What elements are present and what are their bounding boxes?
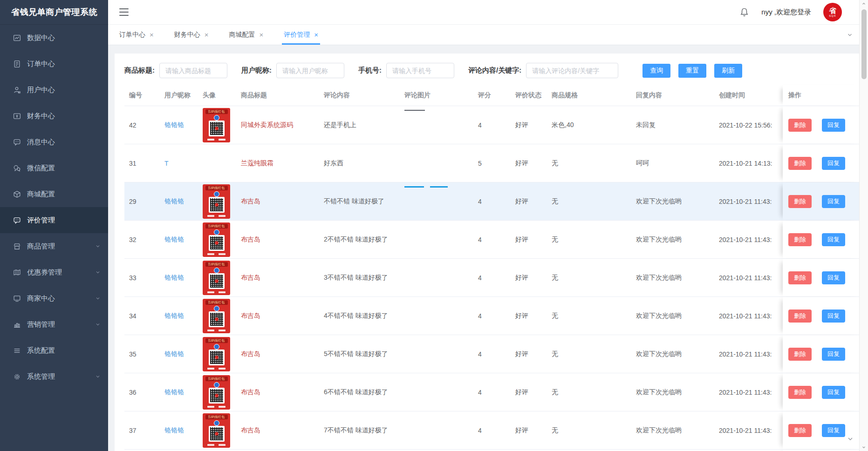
product-title-link[interactable]: 布吉岛 bbox=[241, 426, 260, 434]
delete-button[interactable]: 删除 bbox=[788, 310, 812, 323]
qr-code-image bbox=[209, 121, 225, 136]
close-icon[interactable]: × bbox=[150, 31, 154, 38]
tab-finance-center[interactable]: 财务中心 × bbox=[174, 25, 209, 45]
poster-footer bbox=[203, 253, 230, 255]
sidebar-item-wechat-config[interactable]: 微信配置 bbox=[0, 155, 108, 181]
product-title-link[interactable]: 布吉岛 bbox=[241, 350, 260, 357]
search-button[interactable]: 查询 bbox=[642, 64, 670, 78]
comment-text: 不错不错 味道好极了 bbox=[319, 197, 400, 206]
chevron-down-icon[interactable] bbox=[847, 25, 853, 45]
close-icon[interactable]: × bbox=[260, 31, 264, 38]
nickname-link[interactable]: 铬铬铬 bbox=[164, 236, 184, 243]
rating-value: 4 bbox=[473, 350, 511, 358]
scroll-down-icon[interactable] bbox=[861, 444, 866, 451]
filter-bar: 商品标题: 用户昵称: 手机号: 评论内容/关键字: bbox=[124, 63, 863, 78]
close-icon[interactable]: × bbox=[205, 31, 209, 38]
product-title-link[interactable]: 兰蔻纯眼霜 bbox=[241, 159, 273, 167]
sidebar-item-data-center[interactable]: 数据中心 bbox=[0, 25, 108, 51]
nickname-link[interactable]: 铬铬铬 bbox=[164, 350, 184, 357]
sidebar-item-user-center[interactable]: 用户中心 bbox=[0, 77, 108, 103]
reply-button[interactable]: 回复 bbox=[822, 195, 845, 208]
phone-input[interactable] bbox=[386, 63, 454, 78]
nickname-link[interactable]: 铬铬铬 bbox=[164, 312, 184, 319]
sidebar-item-review-management[interactable]: 评价管理 bbox=[0, 207, 108, 233]
product-title-link[interactable]: 布吉岛 bbox=[241, 274, 260, 281]
row-id: 33 bbox=[124, 274, 160, 282]
scroll-up-icon[interactable] bbox=[861, 0, 866, 7]
product-title-link[interactable]: 布吉岛 bbox=[241, 236, 260, 243]
reply-text: 欢迎下次光临哟 bbox=[631, 274, 714, 282]
delete-button[interactable]: 删除 bbox=[788, 119, 812, 132]
poster-footer bbox=[203, 444, 230, 446]
user-avatar-image[interactable]: 扫码领红包 bbox=[203, 184, 230, 219]
user-avatar-image[interactable]: 扫码领红包 bbox=[203, 375, 230, 410]
reply-button[interactable]: 回复 bbox=[822, 119, 845, 132]
product-title-link[interactable]: 同城外卖系统源码 bbox=[241, 121, 293, 128]
reply-button[interactable]: 回复 bbox=[822, 157, 845, 170]
reply-button[interactable]: 回复 bbox=[822, 348, 845, 361]
sidebar-item-system-management[interactable]: 系统管理 bbox=[0, 363, 108, 390]
main-area: nyy ,欢迎您登录 省 SQX 订单中心 × 财务中心 × 商城配置 × 评 bbox=[108, 0, 868, 451]
reply-button[interactable]: 回复 bbox=[822, 233, 845, 246]
user-avatar-image[interactable]: 扫码领红包 bbox=[203, 337, 230, 371]
reply-button[interactable]: 回复 bbox=[822, 310, 845, 323]
avatar[interactable]: 省 SQX bbox=[823, 3, 842, 21]
delete-button[interactable]: 删除 bbox=[788, 157, 812, 170]
close-icon[interactable]: × bbox=[314, 31, 318, 38]
delete-button[interactable]: 删除 bbox=[788, 348, 812, 361]
poster-text: 扫码领红包 bbox=[205, 338, 228, 343]
user-avatar-image[interactable]: 扫码领红包 bbox=[203, 299, 230, 333]
tab-mall-config[interactable]: 商城配置 × bbox=[229, 25, 264, 45]
product-title-link[interactable]: 布吉岛 bbox=[241, 197, 260, 205]
delete-button[interactable]: 删除 bbox=[788, 233, 812, 246]
reply-button[interactable]: 回复 bbox=[822, 386, 845, 399]
rating-value: 5 bbox=[473, 160, 511, 167]
delete-button[interactable]: 删除 bbox=[788, 386, 812, 399]
nickname-link[interactable]: 铬铬铬 bbox=[164, 388, 184, 396]
reset-button[interactable]: 重置 bbox=[678, 64, 706, 78]
user-avatar-image[interactable]: 扫码领红包 bbox=[203, 222, 230, 257]
tab-order-center[interactable]: 订单中心 × bbox=[119, 25, 154, 45]
page-scrollbar[interactable] bbox=[859, 0, 868, 451]
reply-button[interactable]: 回复 bbox=[822, 424, 845, 437]
user-avatar-image[interactable]: 扫码领红包 bbox=[203, 108, 230, 142]
refresh-button[interactable]: 刷新 bbox=[714, 64, 742, 78]
broken-image-links[interactable] bbox=[404, 186, 448, 188]
sidebar-item-finance-center[interactable]: 财务中心 bbox=[0, 103, 108, 129]
user-avatar-image[interactable]: 扫码领红包 bbox=[203, 413, 230, 448]
nickname-link[interactable]: 铬铬铬 bbox=[164, 426, 184, 434]
comment-image-cell bbox=[400, 182, 473, 220]
chevron-down-icon[interactable] bbox=[847, 435, 854, 444]
nickname-link[interactable]: 铬铬铬 bbox=[164, 197, 184, 205]
comment-keyword-input[interactable] bbox=[526, 63, 618, 78]
nickname-link[interactable]: 铬铬铬 bbox=[164, 121, 184, 128]
table-row: 34 铬铬铬 扫码领红包 布吉岛 4不错不错 味道好极了 4 好评 无 欢迎下次… bbox=[124, 297, 863, 335]
product-title-input[interactable] bbox=[159, 63, 227, 78]
sidebar-item-message-center[interactable]: 消息中心 bbox=[0, 129, 108, 155]
delete-button[interactable]: 删除 bbox=[788, 195, 812, 208]
product-title-link[interactable]: 布吉岛 bbox=[241, 388, 260, 396]
hamburger-menu-icon[interactable] bbox=[119, 8, 129, 16]
sidebar-item-mall-config[interactable]: 商城配置 bbox=[0, 181, 108, 207]
sidebar-item-label: 商家中心 bbox=[27, 294, 55, 303]
bell-icon[interactable] bbox=[739, 7, 749, 17]
comment-text: 3不错不错 味道好极了 bbox=[319, 274, 400, 282]
scrollbar-thumb[interactable] bbox=[861, 9, 867, 79]
tab-review-management[interactable]: 评价管理 × bbox=[284, 25, 318, 45]
sidebar-item-marketing-management[interactable]: 营销管理 bbox=[0, 311, 108, 337]
product-title-link[interactable]: 布吉岛 bbox=[241, 312, 260, 319]
user-avatar-image[interactable]: 扫码领红包 bbox=[203, 261, 230, 295]
nickname-input[interactable] bbox=[276, 63, 344, 78]
column-header: 评论图片 bbox=[400, 91, 473, 100]
delete-button[interactable]: 删除 bbox=[788, 424, 812, 437]
sidebar-item-coupon-management[interactable]: 优惠券管理 bbox=[0, 259, 108, 285]
sidebar-item-merchant-center[interactable]: 商家中心 bbox=[0, 285, 108, 311]
delete-button[interactable]: 删除 bbox=[788, 271, 812, 284]
chevron-down-icon bbox=[95, 296, 101, 301]
nickname-link[interactable]: T bbox=[164, 160, 169, 167]
sidebar-item-system-config[interactable]: 系统配置 bbox=[0, 337, 108, 363]
sidebar-item-product-management[interactable]: 商品管理 bbox=[0, 233, 108, 259]
sidebar-item-order-center[interactable]: 订单中心 bbox=[0, 51, 108, 77]
reply-button[interactable]: 回复 bbox=[822, 271, 845, 284]
nickname-link[interactable]: 铬铬铬 bbox=[164, 274, 184, 281]
